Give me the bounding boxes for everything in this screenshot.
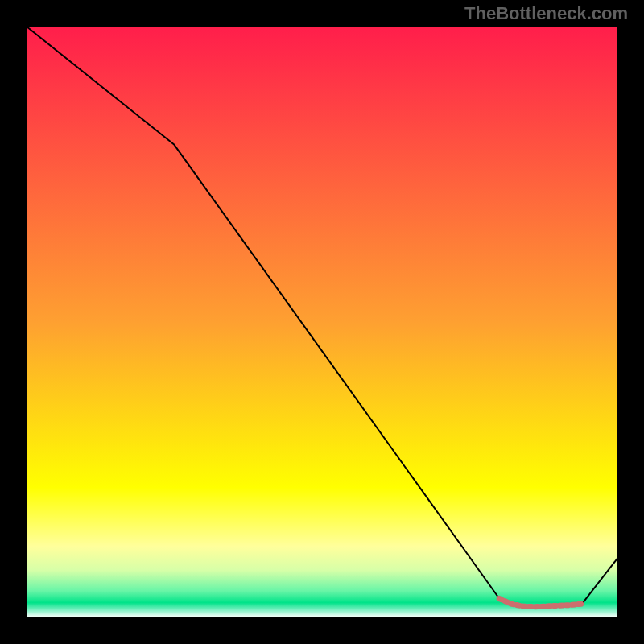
chart-container: TheBottleneck.com xyxy=(0,0,644,644)
attribution-text: TheBottleneck.com xyxy=(464,3,628,24)
series-bottleneck-curve xyxy=(27,27,617,607)
series-sweet-spot xyxy=(499,599,582,607)
chart-lines xyxy=(27,27,617,617)
plot-area xyxy=(27,27,617,617)
